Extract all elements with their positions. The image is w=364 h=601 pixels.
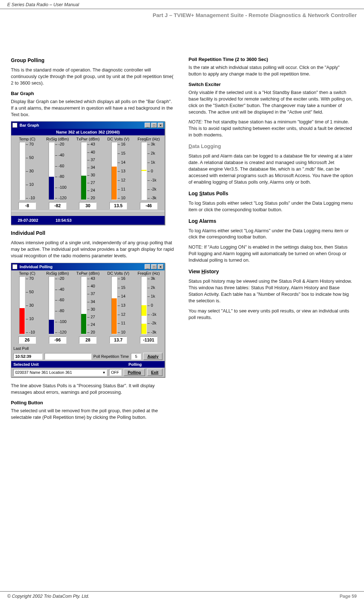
gauge-tick: – 30 — [25, 303, 35, 307]
selected-unit-dropdown[interactable]: 020037 Name 361 Location 361 ▾ — [13, 369, 107, 376]
gauge-tick: – 70 — [25, 276, 35, 281]
close-icon[interactable]: × — [158, 264, 164, 269]
gauge-tick: – -40 — [54, 287, 66, 291]
gauge-tick: – 20 — [87, 196, 95, 200]
window-icon — [12, 264, 17, 269]
page-number: Page 59 — [340, 594, 357, 599]
ip-titlebar: Individual Polling _ □ × — [11, 263, 165, 270]
gauge-tick: – 14 — [117, 160, 125, 164]
gauge-tick: – 20 — [87, 330, 95, 334]
gauge-bar — [141, 142, 147, 200]
gauge-bar — [81, 142, 87, 200]
vh-text2: You may select "ALL" to see every units … — [189, 308, 353, 321]
gauge-tick: – -2k — [147, 187, 156, 191]
minimize-icon[interactable]: _ — [145, 264, 150, 269]
maximize-icon[interactable]: □ — [151, 264, 157, 269]
se-note: NOTE: The hot standby base station has a… — [189, 119, 353, 138]
right-column: Poll Repetition Time (2 to 3600 Sec) Is … — [189, 52, 353, 424]
gauge-tick: – -120 — [54, 330, 66, 334]
gauge-tick: – 16 — [117, 142, 125, 146]
gauge-tick: – 24 — [87, 322, 95, 327]
last-poll-value: 10:52:39 — [13, 353, 42, 360]
individual-polling-window: Individual Polling _ □ × Temp (C)– 70– 5… — [11, 263, 165, 377]
copyright-text: © Copyright 2002 Trio DataCom Pty. Ltd. — [7, 594, 89, 599]
gauge-tick: – 40 — [87, 150, 95, 154]
gauge-tick: – 2k — [147, 151, 156, 155]
gauge-label: RxSig (dBm) — [46, 271, 69, 275]
gauge-tick: – -20 — [54, 276, 66, 281]
gauge-tick: – 43 — [87, 276, 95, 281]
gauge: Temp (C)– 70– 50– 30– 10– -10-8 — [13, 137, 42, 209]
gauge-tick: – -1k — [147, 178, 156, 182]
gauge-tick: – 11 — [117, 321, 125, 325]
rep-value-input[interactable]: 5 — [131, 353, 141, 360]
gauge-tick: – 30 — [25, 169, 35, 173]
gauge-tick: – 1k — [147, 160, 156, 164]
gauge-label: DC Volts (V) — [107, 137, 129, 141]
gauge-value: -82 — [49, 202, 66, 209]
gauge-tick: – -10 — [25, 196, 35, 200]
individual-poll-text: Allows intensive polling of a single uni… — [11, 240, 175, 259]
se-heading: Switch Exciter — [189, 82, 353, 87]
polling-button-heading: Polling Button — [11, 400, 175, 405]
polling-state: OFF — [109, 369, 121, 376]
gauge-bar — [141, 276, 147, 334]
polling-button-text: The selected unit will be removed from t… — [11, 408, 175, 421]
gauge-tick: – 2k — [147, 285, 156, 290]
gauge-tick: – 0 — [147, 303, 156, 307]
gauge-tick: – 27 — [87, 315, 95, 319]
gauge-tick: – 34 — [87, 299, 95, 304]
selected-unit-value: 020037 Name 361 Location 361 — [15, 370, 72, 375]
gauge-tick: – -100 — [54, 185, 66, 189]
gauge-tick: – 50 — [25, 290, 35, 294]
gauge: FreqErr (Hz)– 3k– 2k– 1k– 0– -1k– -2k– -… — [134, 137, 163, 209]
bar-graph-window: Bar Graph _ □ × Name 362 at Location 362… — [11, 121, 165, 225]
gauge-tick: – 10 — [25, 182, 35, 187]
gauge-tick: – 43 — [87, 142, 95, 146]
gauge-tick: – 1k — [147, 294, 156, 298]
gauge-tick: – 12 — [117, 312, 125, 316]
ip-window-title: Individual Polling — [20, 265, 53, 269]
gauge-tick: – -20 — [54, 142, 66, 146]
gauge-value: 30 — [79, 202, 96, 209]
polling-button[interactable]: Polling — [124, 369, 145, 376]
la-note: NOTE: If "Auto Logging ON" is enabled in… — [189, 244, 353, 263]
gauge-value: -1101 — [140, 336, 157, 344]
gauge-tick: – 15 — [117, 285, 125, 290]
gauge-label: TxPwr (dBm) — [76, 137, 99, 141]
maximize-icon[interactable]: □ — [151, 123, 157, 128]
part-title: Part J – TVIEW+ Management Suite - Remot… — [0, 9, 364, 20]
group-polling-heading: Group Polling — [11, 57, 175, 63]
apply-button[interactable]: Apply — [143, 353, 162, 360]
gauge-value: 28 — [79, 336, 96, 344]
gauge-tick: – 30 — [87, 173, 95, 177]
gauge-tick: – 10 — [25, 316, 35, 321]
bar-graph-date: 29-07-2002 — [13, 217, 43, 223]
gauge-tick: – 13 — [117, 303, 125, 307]
exit-button[interactable]: Exit — [147, 369, 162, 376]
bar-graph-titlebar: Bar Graph _ □ × — [11, 122, 165, 129]
gauge-tick: – 3k — [147, 276, 156, 281]
gauge: DC Volts (V)– 16– 15– 14– 13– 12– 11– 10… — [104, 271, 133, 344]
gauge-tick: – -60 — [54, 298, 66, 302]
polling-label: Polling — [128, 362, 142, 367]
gauge-tick: – 11 — [117, 187, 125, 191]
gauge-tick: – 50 — [25, 155, 35, 160]
gauge-tick: – 37 — [87, 158, 95, 162]
vh-heading: View History — [189, 269, 353, 274]
bar-graph-bottom: 29-07-2002 10:54:53 — [11, 216, 165, 225]
gauge-value: 26 — [18, 336, 36, 344]
gauge-tick: – -80 — [54, 308, 66, 313]
la-text: To log Alarms either select "Log Alarms"… — [189, 228, 353, 241]
gauge-tick: – 40 — [87, 284, 95, 288]
close-icon[interactable]: × — [158, 123, 164, 128]
gauge-label: RxSig (dBm) — [46, 137, 69, 141]
data-logging-text: Status poll and Alarm data can be logged… — [189, 153, 353, 185]
gauge-tick: – -2k — [147, 321, 156, 325]
gauge-value: -8 — [18, 202, 36, 209]
gauge-tick: – 15 — [117, 151, 125, 155]
gauge: RxSig (dBm)– -20– -40– -60– -80– -100– -… — [43, 137, 72, 209]
gauge-bar — [19, 142, 25, 200]
gauge-tick: – 12 — [117, 178, 125, 182]
minimize-icon[interactable]: _ — [145, 123, 150, 128]
